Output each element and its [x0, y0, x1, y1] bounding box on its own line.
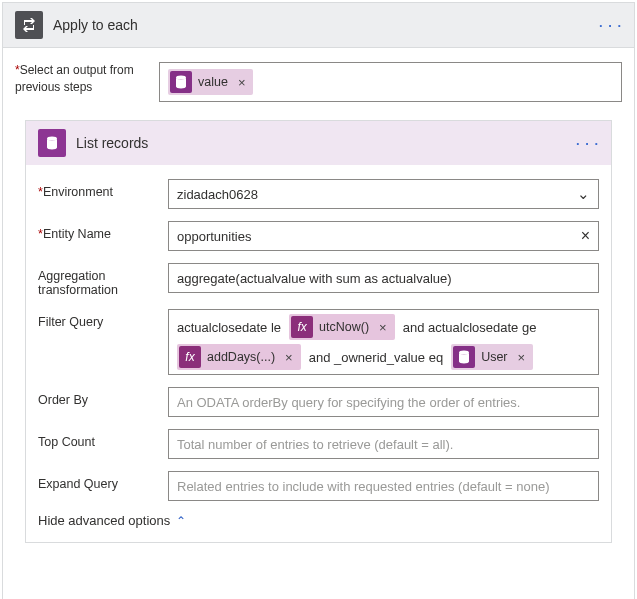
- aggregation-label: Aggregation transformation: [38, 263, 168, 297]
- list-records-menu[interactable]: · · ·: [576, 136, 599, 151]
- user-chip[interactable]: User ×: [451, 344, 533, 370]
- apply-to-each-title: Apply to each: [53, 17, 138, 33]
- chevron-up-icon: ⌃: [176, 514, 186, 528]
- fx-icon: fx: [291, 316, 313, 338]
- loop-icon: [15, 11, 43, 39]
- expand-query-input[interactable]: Related entries to include with requeste…: [168, 471, 599, 501]
- list-records-title: List records: [76, 135, 148, 151]
- apply-to-each-menu[interactable]: · · ·: [599, 18, 622, 33]
- svg-point-1: [47, 137, 57, 141]
- environment-label: *Environment: [38, 179, 168, 199]
- aggregation-value: aggregate(actualvalue with sum as actual…: [177, 271, 452, 286]
- value-chip-remove[interactable]: ×: [238, 75, 246, 90]
- aggregation-input[interactable]: aggregate(actualvalue with sum as actual…: [168, 263, 599, 293]
- fx-icon: fx: [179, 346, 201, 368]
- database-icon: [38, 129, 66, 157]
- order-by-label: Order By: [38, 387, 168, 407]
- top-count-label: Top Count: [38, 429, 168, 449]
- value-chip[interactable]: value ×: [168, 69, 253, 95]
- utcnow-chip[interactable]: fx utcNow() ×: [289, 314, 395, 340]
- filter-query-input[interactable]: actualclosedate le fx utcNow() × and act…: [168, 309, 599, 375]
- hide-advanced-options[interactable]: Hide advanced options ⌃: [38, 513, 599, 528]
- top-count-input[interactable]: Total number of entries to retrieve (def…: [168, 429, 599, 459]
- value-chip-label: value: [198, 75, 228, 89]
- expand-query-label: Expand Query: [38, 471, 168, 491]
- output-from-previous-label: *Select an output from previous steps: [15, 62, 143, 96]
- apply-to-each-header: Apply to each · · ·: [2, 2, 635, 48]
- apply-to-each-body: *Select an output from previous steps va…: [2, 48, 635, 599]
- environment-value: zidadach0628: [177, 187, 258, 202]
- list-records-card: List records · · · *Environment zidadach…: [25, 120, 612, 543]
- clear-icon[interactable]: ×: [581, 227, 590, 245]
- database-icon: [170, 71, 192, 93]
- svg-point-0: [176, 76, 186, 80]
- order-by-input[interactable]: An ODATA orderBy query for specifying th…: [168, 387, 599, 417]
- chevron-down-icon: ⌄: [577, 185, 590, 203]
- svg-point-2: [459, 351, 469, 355]
- environment-select[interactable]: zidadach0628 ⌄: [168, 179, 599, 209]
- adddays-chip[interactable]: fx addDays(...) ×: [177, 344, 301, 370]
- entity-name-input[interactable]: opportunities ×: [168, 221, 599, 251]
- output-from-previous-input[interactable]: value ×: [159, 62, 622, 102]
- entity-name-value: opportunities: [177, 229, 251, 244]
- chip-remove[interactable]: ×: [285, 350, 293, 365]
- list-records-header: List records · · ·: [26, 121, 611, 165]
- database-icon: [453, 346, 475, 368]
- chip-remove[interactable]: ×: [518, 350, 526, 365]
- entity-name-label: *Entity Name: [38, 221, 168, 241]
- filter-query-label: Filter Query: [38, 309, 168, 329]
- chip-remove[interactable]: ×: [379, 320, 387, 335]
